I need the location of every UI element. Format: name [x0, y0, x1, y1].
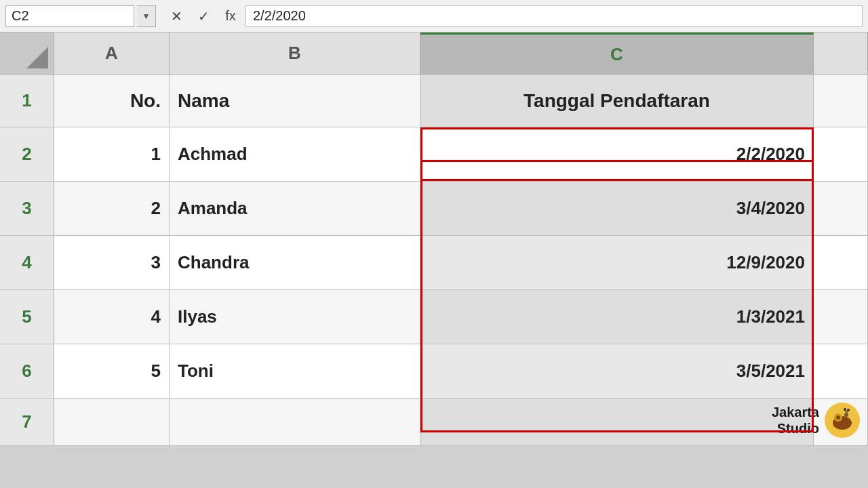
watermark: Jakarta Studio — [772, 401, 861, 439]
cell-c[interactable]: 2/2/2020 — [420, 127, 814, 181]
row-number: 3 — [0, 182, 54, 235]
cell-d — [814, 290, 868, 344]
cell-reference-box[interactable]: C2 — [5, 5, 134, 27]
column-headers: A B C — [0, 33, 868, 75]
cell-c[interactable]: 1/3/2021 — [420, 290, 814, 344]
header-cell-tanggal[interactable]: Tanggal Pendaftaran — [420, 75, 814, 127]
col-header-a[interactable]: A — [54, 33, 170, 74]
formula-bar: C2 ▼ ✕ ✓ fx — [0, 0, 868, 33]
cell-a[interactable]: 4 — [54, 290, 170, 344]
watermark-line2: Studio — [772, 420, 819, 436]
data-rows: 2 1 Achmad 2/2/2020 3 2 Amanda 3/4/2020 … — [0, 127, 868, 399]
col-header-d — [814, 33, 868, 74]
corner-cell[interactable] — [0, 33, 54, 75]
cell-b[interactable]: Achmad — [170, 127, 420, 181]
header-cell-nama[interactable]: Nama — [170, 75, 420, 127]
cell-d — [814, 236, 868, 289]
header-cell-d — [814, 75, 868, 127]
spreadsheet: A B C 1 No. Nama Tanggal Pendaftaran 2 1… — [0, 33, 868, 446]
table-row: 4 3 Chandra 12/9/2020 — [0, 236, 868, 290]
snail-icon — [823, 401, 861, 439]
confirm-button[interactable]: ✓ — [191, 5, 216, 27]
cell-d — [814, 182, 868, 235]
row-number: 2 — [0, 127, 54, 181]
svg-point-7 — [844, 408, 846, 411]
cell-b[interactable]: Chandra — [170, 236, 420, 289]
formula-input[interactable] — [245, 5, 863, 27]
cell-b[interactable]: Ilyas — [170, 290, 420, 344]
header-cell-no[interactable]: No. — [54, 75, 170, 127]
cell-a[interactable]: 2 — [54, 182, 170, 235]
empty-cell-a — [54, 399, 170, 445]
watermark-line1: Jakarta — [772, 404, 819, 420]
cancel-button[interactable]: ✕ — [164, 5, 189, 27]
svg-point-4 — [844, 413, 848, 417]
cell-d — [814, 344, 868, 398]
svg-point-8 — [847, 409, 850, 411]
function-button[interactable]: fx — [218, 5, 243, 27]
cell-c[interactable]: 3/4/2020 — [420, 182, 814, 235]
svg-point-3 — [836, 415, 840, 420]
cell-c[interactable]: 12/9/2020 — [420, 236, 814, 289]
row-number: 6 — [0, 344, 54, 398]
watermark-text: Jakarta Studio — [772, 404, 819, 436]
cell-a[interactable]: 1 — [54, 127, 170, 181]
cell-a[interactable]: 3 — [54, 236, 170, 289]
row-number: 7 — [0, 399, 54, 445]
cell-ref-text: C2 — [12, 8, 29, 24]
table-row: 2 1 Achmad 2/2/2020 — [0, 127, 868, 182]
table-row: 5 4 Ilyas 1/3/2021 — [0, 290, 868, 344]
table-row: 3 2 Amanda 3/4/2020 — [0, 182, 868, 236]
col-header-c[interactable]: C — [420, 33, 814, 74]
row-number: 4 — [0, 236, 54, 289]
table-row: 7 — [0, 399, 868, 446]
table-row: 6 5 Toni 3/5/2021 — [0, 344, 868, 399]
col-header-b[interactable]: B — [170, 33, 420, 74]
cell-a[interactable]: 5 — [54, 344, 170, 398]
cell-c[interactable]: 3/5/2021 — [420, 344, 814, 398]
row-number[interactable]: 1 — [0, 75, 54, 127]
corner-triangle-icon — [26, 47, 48, 68]
cell-d — [814, 127, 868, 181]
cell-b[interactable]: Toni — [170, 344, 420, 398]
cell-b[interactable]: Amanda — [170, 182, 420, 235]
cell-ref-dropdown[interactable]: ▼ — [137, 5, 156, 27]
spreadsheet-container: A B C 1 No. Nama Tanggal Pendaftaran 2 1… — [0, 33, 868, 446]
row-number: 5 — [0, 290, 54, 344]
empty-cell-b — [170, 399, 420, 445]
empty-cell-c — [420, 399, 814, 445]
table-row: 1 No. Nama Tanggal Pendaftaran — [0, 75, 868, 127]
